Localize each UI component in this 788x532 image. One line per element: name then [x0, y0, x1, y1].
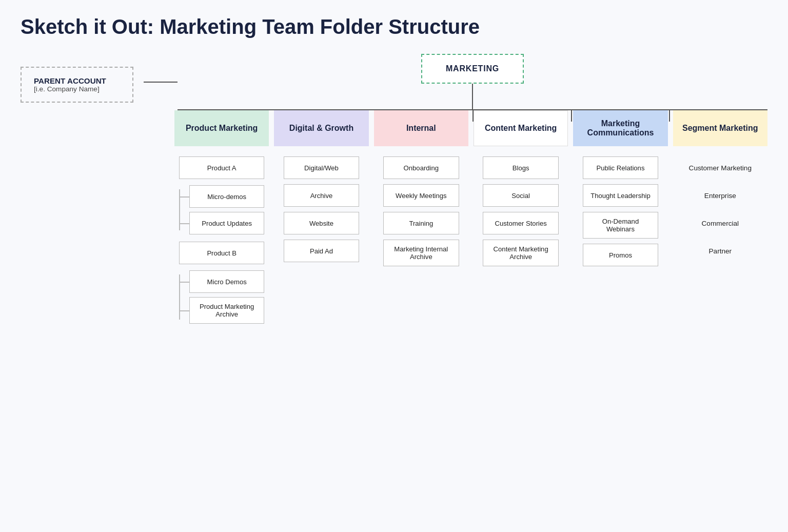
list-item: Micro Demos — [189, 270, 264, 293]
column-content-marketing: Content Marketing Blogs Social Customer … — [474, 110, 568, 326]
list-item: Training — [383, 212, 459, 234]
col-header-segment-marketing: Segment Marketing — [673, 110, 767, 146]
list-item: Public Relations — [583, 156, 658, 179]
list-item: Thought Leadership — [583, 184, 658, 207]
marketing-box: MARKETING — [421, 54, 524, 84]
list-item: Paid Ad — [284, 240, 359, 262]
connector-h1 — [144, 82, 178, 83]
list-item: Onboarding — [383, 156, 459, 179]
col-header-internal: Internal — [374, 110, 468, 146]
col-header-product-marketing: Product Marketing — [174, 110, 269, 146]
group-product-b: Product B Micro Demos Product Marketing … — [179, 242, 264, 324]
child-list-digital-growth: Digital/Web Archive Website Paid Ad — [274, 156, 368, 262]
list-item: Marketing Internal Archive — [383, 240, 459, 266]
parent-account-label: PARENT ACCOUNT — [34, 76, 120, 85]
list-item: Commercial — [673, 212, 767, 234]
list-item: Customer Marketing — [673, 156, 767, 179]
list-item: Promos — [583, 244, 658, 266]
list-item: Weekly Meetings — [383, 184, 459, 207]
list-item: Blogs — [483, 156, 558, 179]
list-item: On-Demand Webinars — [583, 212, 658, 239]
child-list-product-marketing: Product A Micro-demos Product Updates Pr… — [174, 156, 269, 326]
list-item: Social — [483, 184, 558, 207]
connector-v1 — [472, 84, 473, 109]
parent-account-box: PARENT ACCOUNT [i.e. Company Name] — [21, 67, 133, 103]
parent-account-sub: [i.e. Company Name] — [34, 85, 120, 93]
child-list-internal: Onboarding Weekly Meetings Training Mark… — [374, 156, 468, 266]
product-a-parent: Product A — [179, 156, 264, 179]
child-list-marketing-communications: Public Relations Thought Leadership On-D… — [573, 156, 667, 266]
child-list-content-marketing: Blogs Social Customer Stories Content Ma… — [474, 156, 568, 266]
list-item: Customer Stories — [483, 212, 558, 234]
list-item: Partner — [673, 240, 767, 262]
group-product-a: Product A Micro-demos Product Updates — [179, 156, 264, 234]
column-product-marketing: Product Marketing Product A Micro-demos … — [174, 110, 269, 326]
column-digital-growth: Digital & Growth Digital/Web Archive Web… — [274, 110, 368, 326]
list-item: Product Marketing Archive — [189, 297, 264, 324]
product-a-children: Micro-demos Product Updates — [179, 185, 264, 234]
list-item: Product Updates — [189, 212, 264, 234]
list-item: Micro-demos — [189, 185, 264, 208]
list-item: Archive — [284, 184, 359, 207]
column-marketing-communications: Marketing Communications Public Relation… — [573, 110, 667, 326]
columns-area: Product Marketing Product A Micro-demos … — [21, 110, 767, 326]
column-internal: Internal Onboarding Weekly Meetings Trai… — [374, 110, 468, 326]
list-item: Enterprise — [673, 184, 767, 207]
column-segment-marketing: Segment Marketing Customer Marketing Ent… — [673, 110, 767, 326]
col-header-content-marketing: Content Marketing — [474, 110, 568, 146]
list-item: Website — [284, 212, 359, 234]
product-b-parent: Product B — [179, 242, 264, 264]
list-item: Digital/Web — [284, 156, 359, 179]
child-list-segment-marketing: Customer Marketing Enterprise Commercial… — [673, 156, 767, 262]
col-header-marketing-communications: Marketing Communications — [573, 110, 667, 146]
list-item: Content Marketing Archive — [483, 240, 558, 266]
marketing-label: MARKETING — [446, 64, 499, 73]
product-b-children: Micro Demos Product Marketing Archive — [179, 270, 264, 324]
col-header-digital-growth: Digital & Growth — [274, 110, 368, 146]
page-title: Sketch it Out: Marketing Team Folder Str… — [21, 15, 767, 38]
